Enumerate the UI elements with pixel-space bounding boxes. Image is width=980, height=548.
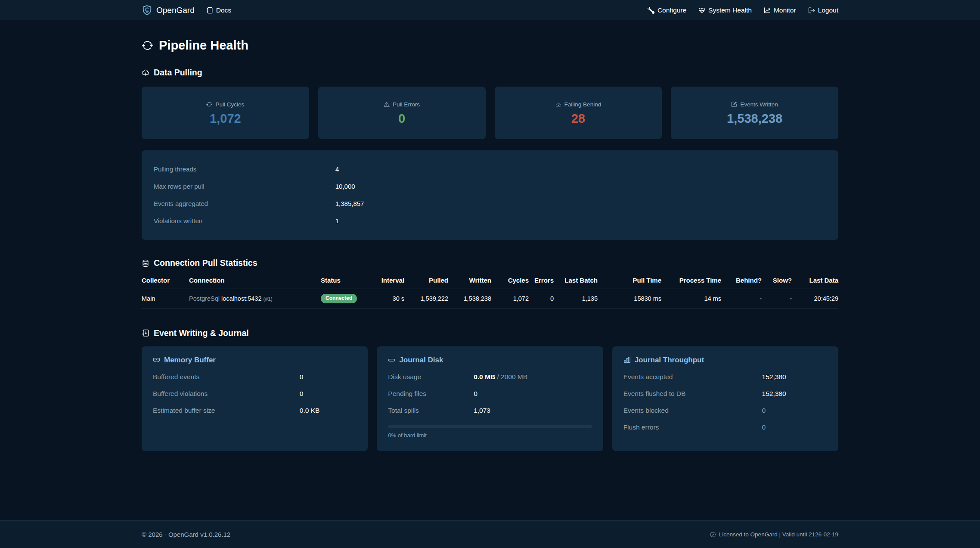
row-events-flushed: Events flushed to DB 152,380 <box>623 389 827 398</box>
nav-logout-label: Logout <box>818 6 838 14</box>
license-text: Licensed to OpenGard | Valid until 2126-… <box>719 531 838 538</box>
stat-label: Pull Errors <box>393 101 420 108</box>
row-buffered-events: Buffered events 0 <box>153 372 357 381</box>
row-total-spills: Total spills 1,073 <box>388 406 592 415</box>
stat-label: Pull Cycles <box>215 101 244 108</box>
speedometer-icon <box>555 101 561 107</box>
col-collector: Collector <box>142 274 189 289</box>
col-pulled: Pulled <box>404 274 448 289</box>
pulling-details-card: Pulling threads 4 Max rows per pull 10,0… <box>142 150 838 240</box>
check-circle-icon <box>710 532 716 538</box>
license-text-group: Licensed to OpenGard | Valid until 2126-… <box>710 531 838 538</box>
row-flush-errors: Flush errors 0 <box>623 423 827 432</box>
nav-item-configure[interactable]: Configure <box>648 6 686 14</box>
nav-system-health-label: System Health <box>708 6 752 14</box>
shield-logo-icon <box>142 5 152 16</box>
nav-docs-label: Docs <box>216 6 231 14</box>
table-header-row: Collector Connection Status Interval Pul… <box>142 274 838 289</box>
cell-status: Connected <box>321 289 381 308</box>
kv-row-violations-written: Violations written 1 <box>154 212 826 230</box>
cell-cycles: 1,072 <box>491 289 529 308</box>
stat-value: 28 <box>571 112 585 125</box>
row-buffer-size: Estimated buffer size 0.0 KB <box>153 406 357 415</box>
app-root: OpenGard Docs Configure System Health Mo… <box>0 0 980 548</box>
stat-card-events-written: Events Written 1,538,238 <box>671 87 838 139</box>
col-behind: Behind? <box>721 274 762 289</box>
page-footer: © 2026 - OpenGard v1.0.26.12 Licensed to… <box>0 520 980 548</box>
heart-pulse-icon <box>698 7 705 14</box>
stat-card-pull-cycles: Pull Cycles 1,072 <box>142 87 309 139</box>
copyright-text: © 2026 - OpenGard v1.0.26.12 <box>142 531 230 538</box>
row-buffered-violations: Buffered violations 0 <box>153 389 357 398</box>
col-last-batch: Last Batch <box>554 274 598 289</box>
cell-connection: PostgreSql localhost:5432 (#1) <box>189 289 321 308</box>
nav-configure-label: Configure <box>657 6 686 14</box>
cell-process-time: 14 ms <box>661 289 721 308</box>
section-title-data-pulling: Data Pulling <box>142 68 838 78</box>
cell-pull-time: 15830 ms <box>598 289 661 308</box>
page-title: Pipeline Health <box>142 38 838 53</box>
brand-link[interactable]: OpenGard <box>142 5 195 16</box>
cell-last-batch: 1,135 <box>554 289 598 308</box>
memory-buffer-panel: Memory Buffer Buffered events 0 Buffered… <box>142 346 368 451</box>
memory-icon <box>153 356 160 364</box>
arrow-repeat-icon <box>206 101 212 107</box>
col-status: Status <box>321 274 381 289</box>
stat-value: 1,538,238 <box>727 112 782 125</box>
cell-behind: - <box>721 289 762 308</box>
kv-row-pulling-threads: Pulling threads 4 <box>154 161 826 178</box>
nav-item-logout[interactable]: Logout <box>808 6 838 14</box>
status-badge: Connected <box>321 294 357 303</box>
warning-triangle-icon <box>384 101 390 107</box>
journal-throughput-panel: Journal Throughput Events accepted 152,3… <box>612 346 838 451</box>
nav-item-system-health[interactable]: System Health <box>698 6 752 14</box>
stat-label: Falling Behind <box>564 101 602 108</box>
graph-up-icon <box>764 7 771 14</box>
cell-slow: - <box>762 289 792 308</box>
nav-monitor-label: Monitor <box>774 6 796 14</box>
wrench-icon <box>648 7 654 14</box>
journal-icon <box>206 7 213 14</box>
row-events-blocked: Events blocked 0 <box>623 406 827 415</box>
col-written: Written <box>448 274 491 289</box>
col-interval: Interval <box>381 274 404 289</box>
col-slow: Slow? <box>762 274 792 289</box>
kv-row-events-aggregated: Events aggregated 1,385,857 <box>154 195 826 212</box>
main-content: Pipeline Health Data Pulling Pull Cycles… <box>0 20 980 495</box>
row-events-accepted: Events accepted 152,380 <box>623 372 827 381</box>
nav-item-monitor[interactable]: Monitor <box>764 6 796 14</box>
cloud-download-icon <box>142 69 149 77</box>
top-navbar: OpenGard Docs Configure System Health Mo… <box>0 0 980 20</box>
col-process-time: Process Time <box>661 274 721 289</box>
cell-written: 1,538,238 <box>448 289 491 308</box>
logout-icon <box>808 7 815 14</box>
cell-errors: 0 <box>529 289 554 308</box>
stat-card-pull-errors: Pull Errors 0 <box>318 87 486 139</box>
disk-usage-progressbar <box>388 425 592 428</box>
table-row: Main PostgreSql localhost:5432 (#1) Conn… <box>142 289 838 308</box>
hdd-icon <box>388 356 395 364</box>
pencil-square-icon <box>731 101 737 107</box>
col-cycles: Cycles <box>491 274 529 289</box>
journal-disk-panel: Journal Disk Disk usage 0.0 MB / 2000 MB… <box>377 346 603 451</box>
cell-interval: 30 s <box>381 289 404 308</box>
col-connection: Connection <box>189 274 321 289</box>
stat-card-falling-behind: Falling Behind 28 <box>495 87 662 139</box>
journal-arrow-down-icon <box>142 329 149 337</box>
kv-row-max-rows: Max rows per pull 10,000 <box>154 178 826 195</box>
row-disk-usage: Disk usage 0.0 MB / 2000 MB <box>388 372 592 381</box>
stat-value: 1,072 <box>210 112 241 125</box>
section-title-event-writing: Event Writing & Journal <box>142 328 838 338</box>
stat-label: Events Written <box>740 101 778 108</box>
nav-item-docs[interactable]: Docs <box>206 6 231 14</box>
cell-pulled: 1,539,222 <box>404 289 448 308</box>
col-last-data: Last Data <box>792 274 838 289</box>
stat-card-row: Pull Cycles 1,072 Pull Errors 0 Falling … <box>142 87 838 139</box>
database-icon <box>142 259 149 267</box>
journal-panels-row: Memory Buffer Buffered events 0 Buffered… <box>142 346 838 451</box>
nav-right-group: Configure System Health Monitor Logout <box>648 6 838 14</box>
cell-collector: Main <box>142 289 189 308</box>
bar-chart-icon <box>623 356 631 364</box>
stat-value: 0 <box>398 112 405 125</box>
brand-label: OpenGard <box>156 6 195 15</box>
